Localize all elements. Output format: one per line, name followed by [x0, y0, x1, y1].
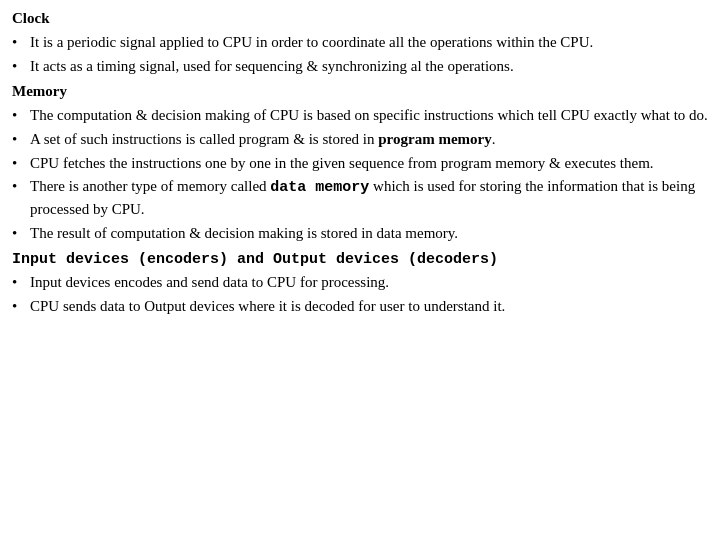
io-title: Input devices (encoders) and Output devi…: [12, 249, 708, 271]
bullet-dot: •: [12, 56, 30, 78]
bullet-dot: •: [12, 176, 30, 198]
list-item: • CPU sends data to Output devices where…: [12, 296, 708, 318]
list-item: • A set of such instructions is called p…: [12, 129, 708, 151]
list-item: • The result of computation & decision m…: [12, 223, 708, 245]
memory-bullet-1: The computation & decision making of CPU…: [30, 105, 708, 127]
bullet-dot: •: [12, 272, 30, 294]
list-item: • The computation & decision making of C…: [12, 105, 708, 127]
list-item: • There is another type of memory called…: [12, 176, 708, 221]
memory-bullet-4: There is another type of memory called d…: [30, 176, 708, 221]
clock-title: Clock: [12, 8, 708, 30]
io-bullets: • Input devices encodes and send data to…: [12, 272, 708, 318]
list-item: • CPU fetches the instructions one by on…: [12, 153, 708, 175]
monospace-data-memory: data memory: [270, 179, 369, 196]
clock-bullet-2: It acts as a timing signal, used for seq…: [30, 56, 708, 78]
list-item: • It is a periodic signal applied to CPU…: [12, 32, 708, 54]
clock-bullet-1: It is a periodic signal applied to CPU i…: [30, 32, 708, 54]
bullet-dot: •: [12, 105, 30, 127]
list-item: • It acts as a timing signal, used for s…: [12, 56, 708, 78]
bullet-dot: •: [12, 32, 30, 54]
memory-bullet-3: CPU fetches the instructions one by one …: [30, 153, 708, 175]
io-bullet-2: CPU sends data to Output devices where i…: [30, 296, 708, 318]
memory-bullets: • The computation & decision making of C…: [12, 105, 708, 245]
main-content: Clock • It is a periodic signal applied …: [12, 8, 708, 318]
clock-bullets: • It is a periodic signal applied to CPU…: [12, 32, 708, 78]
bold-program-memory: program memory: [378, 131, 491, 147]
section-clock: Clock • It is a periodic signal applied …: [12, 8, 708, 77]
memory-bullet-5: The result of computation & decision mak…: [30, 223, 708, 245]
io-bullet-1: Input devices encodes and send data to C…: [30, 272, 708, 294]
memory-title: Memory: [12, 81, 708, 103]
memory-bullet-2: A set of such instructions is called pro…: [30, 129, 708, 151]
list-item: • Input devices encodes and send data to…: [12, 272, 708, 294]
section-memory: Memory • The computation & decision maki…: [12, 81, 708, 244]
bullet-dot: •: [12, 223, 30, 245]
bullet-dot: •: [12, 296, 30, 318]
bullet-dot: •: [12, 129, 30, 151]
section-io: Input devices (encoders) and Output devi…: [12, 249, 708, 318]
bullet-dot: •: [12, 153, 30, 175]
